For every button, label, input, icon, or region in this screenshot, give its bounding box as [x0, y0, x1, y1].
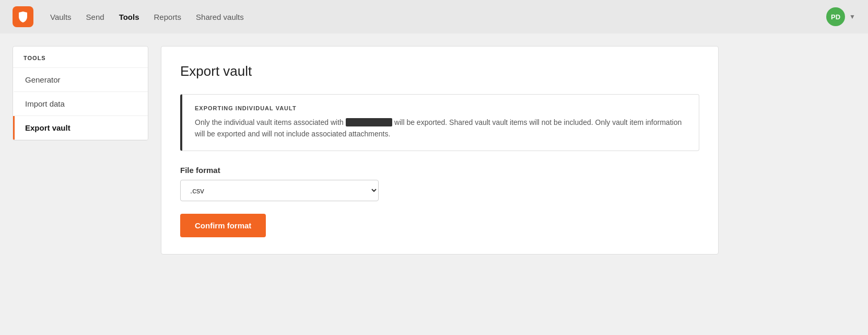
user-menu[interactable]: PD ▼ — [826, 7, 855, 26]
sidebar-heading: TOOLS — [13, 47, 148, 68]
navbar: Vaults Send Tools Reports Shared vaults … — [0, 0, 868, 33]
nav-reports[interactable]: Reports — [154, 10, 182, 24]
nav-vaults[interactable]: Vaults — [50, 10, 72, 24]
nav-send[interactable]: Send — [86, 10, 104, 24]
nav-links: Vaults Send Tools Reports Shared vaults — [50, 10, 810, 24]
sidebar: TOOLS Generator Import data Export vault — [13, 46, 148, 141]
confirm-format-button[interactable]: Confirm format — [180, 214, 266, 237]
chevron-down-icon: ▼ — [849, 13, 855, 20]
sidebar-item-generator[interactable]: Generator — [13, 68, 148, 92]
nav-tools[interactable]: Tools — [119, 10, 139, 24]
page-title: Export vault — [180, 63, 699, 79]
main-content: Export vault EXPORTING INDIVIDUAL VAULT … — [161, 46, 719, 255]
main-layout: TOOLS Generator Import data Export vault… — [0, 33, 731, 267]
info-text-before: Only the individual vault items associat… — [195, 118, 344, 126]
file-format-label: File format — [180, 166, 699, 175]
info-box: EXPORTING INDIVIDUAL VAULT Only the indi… — [180, 94, 699, 151]
info-box-title: EXPORTING INDIVIDUAL VAULT — [195, 105, 686, 111]
sidebar-item-import-data[interactable]: Import data — [13, 92, 148, 116]
file-format-select[interactable]: .csv .json — [180, 180, 379, 201]
avatar: PD — [826, 7, 845, 26]
nav-shared-vaults[interactable]: Shared vaults — [196, 10, 244, 24]
sidebar-item-export-vault[interactable]: Export vault — [13, 116, 148, 140]
redacted-email — [346, 118, 392, 126]
app-logo[interactable] — [13, 6, 33, 27]
info-box-text: Only the individual vault items associat… — [195, 117, 686, 140]
